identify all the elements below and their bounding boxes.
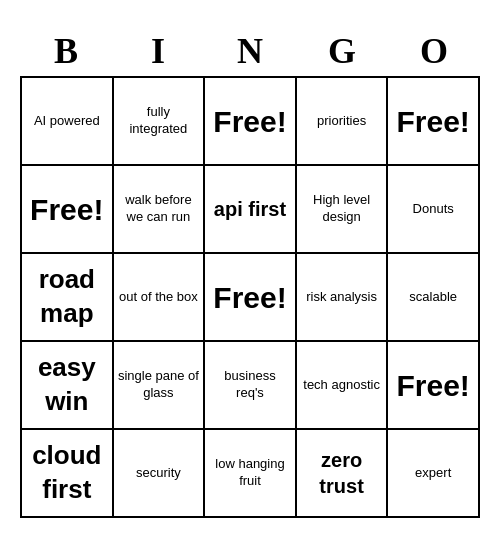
cell-r0-c0: AI powered bbox=[22, 78, 114, 166]
bingo-card: BINGO AI poweredfully integratedFree!pri… bbox=[10, 16, 490, 528]
cell-text: Free! bbox=[397, 102, 470, 141]
cell-r2-c1: out of the box bbox=[114, 254, 206, 342]
cell-text: Free! bbox=[397, 366, 470, 405]
header-letter: G bbox=[296, 26, 388, 76]
cell-text: low hanging fruit bbox=[209, 456, 291, 490]
cell-r3-c4: Free! bbox=[388, 342, 480, 430]
header-letter: O bbox=[388, 26, 480, 76]
cell-r1-c2: api first bbox=[205, 166, 297, 254]
cell-text: easy win bbox=[26, 351, 108, 419]
cell-text: fully integrated bbox=[118, 104, 200, 138]
cell-text: cloud first bbox=[26, 439, 108, 507]
cell-r3-c0: easy win bbox=[22, 342, 114, 430]
cell-text: out of the box bbox=[119, 289, 198, 306]
cell-r0-c4: Free! bbox=[388, 78, 480, 166]
header-letter: B bbox=[20, 26, 112, 76]
cell-text: walk before we can run bbox=[118, 192, 200, 226]
cell-r1-c4: Donuts bbox=[388, 166, 480, 254]
cell-r3-c2: business req's bbox=[205, 342, 297, 430]
cell-text: zero trust bbox=[301, 447, 383, 499]
cell-r4-c4: expert bbox=[388, 430, 480, 518]
cell-r2-c3: risk analysis bbox=[297, 254, 389, 342]
cell-text: AI powered bbox=[34, 113, 100, 130]
cell-r0-c2: Free! bbox=[205, 78, 297, 166]
cell-text: risk analysis bbox=[306, 289, 377, 306]
cell-r1-c0: Free! bbox=[22, 166, 114, 254]
cell-text: expert bbox=[415, 465, 451, 482]
header-letter: N bbox=[204, 26, 296, 76]
cell-text: business req's bbox=[209, 368, 291, 402]
cell-r0-c1: fully integrated bbox=[114, 78, 206, 166]
cell-r1-c3: High level design bbox=[297, 166, 389, 254]
header-letter: I bbox=[112, 26, 204, 76]
cell-r0-c3: priorities bbox=[297, 78, 389, 166]
bingo-grid: AI poweredfully integratedFree!prioritie… bbox=[20, 76, 480, 518]
cell-text: single pane of glass bbox=[118, 368, 200, 402]
cell-text: High level design bbox=[301, 192, 383, 226]
bingo-header: BINGO bbox=[20, 26, 480, 76]
cell-text: Free! bbox=[30, 190, 103, 229]
cell-r4-c0: cloud first bbox=[22, 430, 114, 518]
cell-r2-c2: Free! bbox=[205, 254, 297, 342]
cell-text: road map bbox=[26, 263, 108, 331]
cell-r2-c0: road map bbox=[22, 254, 114, 342]
cell-r4-c2: low hanging fruit bbox=[205, 430, 297, 518]
cell-text: security bbox=[136, 465, 181, 482]
cell-r3-c1: single pane of glass bbox=[114, 342, 206, 430]
cell-text: Donuts bbox=[413, 201, 454, 218]
cell-text: tech agnostic bbox=[303, 377, 380, 394]
cell-text: scalable bbox=[409, 289, 457, 306]
cell-r1-c1: walk before we can run bbox=[114, 166, 206, 254]
cell-r3-c3: tech agnostic bbox=[297, 342, 389, 430]
cell-text: priorities bbox=[317, 113, 366, 130]
cell-text: api first bbox=[214, 196, 286, 222]
cell-text: Free! bbox=[213, 278, 286, 317]
cell-r2-c4: scalable bbox=[388, 254, 480, 342]
cell-text: Free! bbox=[213, 102, 286, 141]
cell-r4-c3: zero trust bbox=[297, 430, 389, 518]
cell-r4-c1: security bbox=[114, 430, 206, 518]
